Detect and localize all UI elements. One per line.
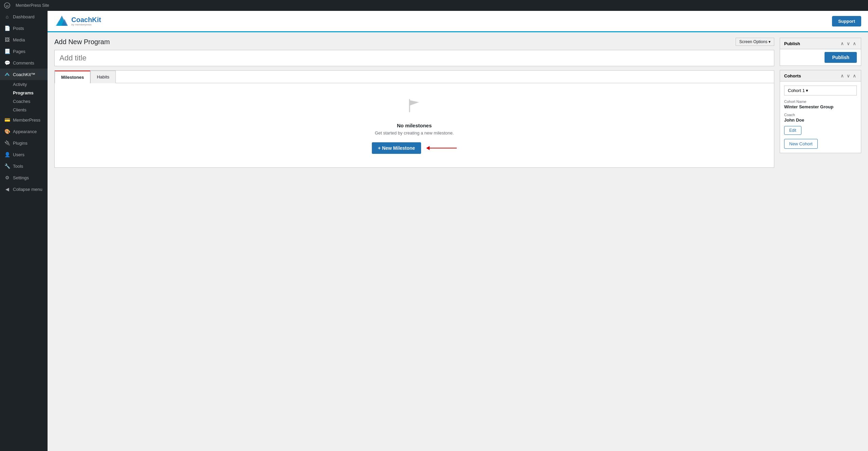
plugins-icon: 🔌 [4,140,10,146]
content-area: Add New Program Screen Options ▾ Milesto… [48,32,868,451]
coachkit-icon [4,71,10,77]
cohort-dropdown[interactable]: Cohort 1 ▾ [784,86,857,95]
page-title-row: Add New Program Screen Options ▾ [54,38,774,46]
publish-panel: Publish ∧ ∨ ∧ Publish [780,38,861,66]
cohorts-collapse-up-button[interactable]: ∧ [840,73,845,78]
arrow-head [426,146,430,150]
arrow-row: + New Milestone [372,142,457,154]
brand-mountain-icon [54,14,69,28]
tab-milestones[interactable]: Milestones [55,71,90,83]
sidebar-item-pages[interactable]: 📃 Pages [0,46,48,57]
svg-text:W: W [6,4,9,8]
sidebar-item-coachkit[interactable]: CoachKit™ [0,69,48,80]
publish-panel-controls: ∧ ∨ ∧ [840,41,857,46]
comments-icon: 💬 [4,60,10,66]
pages-icon: 📃 [4,48,10,54]
cohorts-close-button[interactable]: ∧ [852,73,857,78]
site-name[interactable]: MemberPress Site [16,3,49,8]
media-icon: 🖼 [4,37,10,43]
main-content: CoachKit by memberpress Support Add New … [48,11,868,451]
cohorts-panel-body: Cohort 1 ▾ Cohort Name Winter Semester G… [780,82,861,153]
sidebar: ⌂ Dashboard 📄 Posts 🖼 Media 📃 Pages 💬 Co… [0,11,48,451]
support-button[interactable]: Support [832,16,861,26]
sidebar-sub-programs[interactable]: Programs [0,89,48,97]
cohorts-collapse-down-button[interactable]: ∨ [846,73,851,78]
cohorts-panel-header: Cohorts ∧ ∨ ∧ [780,70,861,82]
wp-logo-item[interactable]: W [4,2,10,8]
left-column: Add New Program Screen Options ▾ Milesto… [54,38,774,446]
annotation-arrow [427,146,457,150]
publish-panel-header: Publish ∧ ∨ ∧ [780,38,861,49]
empty-state-title: No milestones [397,123,432,128]
page-header: CoachKit by memberpress Support [48,11,868,32]
edit-cohort-button[interactable]: Edit [784,126,801,135]
publish-button[interactable]: Publish [825,52,857,63]
sidebar-sub-clients[interactable]: Clients [0,106,48,114]
top-bar: W MemberPress Site [0,0,868,11]
appearance-icon: 🎨 [4,128,10,134]
tools-icon: 🔧 [4,163,10,169]
tab-habits[interactable]: Habits [90,71,116,83]
sidebar-item-media[interactable]: 🖼 Media [0,34,48,46]
sidebar-item-memberpress[interactable]: 💳 MemberPress [0,114,48,126]
screen-options-button[interactable]: Screen Options ▾ [736,38,774,46]
dashboard-icon: ⌂ [4,14,10,20]
cohort-name-label: Cohort Name [784,100,857,104]
publish-btn-row: Publish [780,49,861,66]
tabs-panel: Milestones Habits No milestones Get sta [54,70,774,168]
sidebar-item-posts[interactable]: 📄 Posts [0,22,48,34]
empty-flag-icon [405,97,423,119]
cohorts-panel-title: Cohorts [784,73,801,78]
cohorts-panel: Cohorts ∧ ∨ ∧ Cohort 1 ▾ Cohort Name Win… [780,70,861,153]
sidebar-item-users[interactable]: 👤 Users [0,149,48,160]
collapse-icon: ◀ [4,186,10,192]
users-icon: 👤 [4,151,10,158]
brand-logo: CoachKit by memberpress [54,14,101,28]
publish-panel-title: Publish [784,41,800,46]
coach-label: Coach [784,113,857,117]
new-milestone-button[interactable]: + New Milestone [372,142,421,154]
settings-icon: ⚙ [4,175,10,181]
arrow-shaft [430,148,457,148]
empty-state-subtitle: Get started by creating a new milestone. [375,130,454,136]
cohorts-panel-controls: ∧ ∨ ∧ [840,73,857,78]
sidebar-item-appearance[interactable]: 🎨 Appearance [0,126,48,137]
sidebar-item-comments[interactable]: 💬 Comments [0,57,48,69]
posts-icon: 📄 [4,25,10,31]
sidebar-item-settings[interactable]: ⚙ Settings [0,172,48,183]
milestones-content: No milestones Get started by creating a … [55,83,774,167]
sidebar-item-dashboard[interactable]: ⌂ Dashboard [0,11,48,22]
publish-collapse-down-button[interactable]: ∨ [846,41,851,46]
page-title: Add New Program [54,38,110,46]
sidebar-sub-coaches[interactable]: Coaches [0,97,48,106]
brand-name: CoachKit [71,16,101,23]
cohort-name-value: Winter Semester Group [784,104,857,109]
coach-value: John Doe [784,118,857,123]
right-column: Publish ∧ ∨ ∧ Publish Cohorts [780,38,861,446]
brand-sub: by memberpress [71,23,101,26]
sidebar-item-collapse[interactable]: ◀ Collapse menu [0,183,48,195]
program-title-input[interactable] [54,50,774,66]
publish-collapse-up-button[interactable]: ∧ [840,41,845,46]
sidebar-sub-activity[interactable]: Activity [0,80,48,89]
sidebar-item-plugins[interactable]: 🔌 Plugins [0,137,48,149]
publish-close-button[interactable]: ∧ [852,41,857,46]
new-cohort-button[interactable]: New Cohort [784,139,818,149]
memberpress-icon: 💳 [4,117,10,123]
sidebar-item-tools[interactable]: 🔧 Tools [0,160,48,172]
tabs-bar: Milestones Habits [55,71,774,83]
